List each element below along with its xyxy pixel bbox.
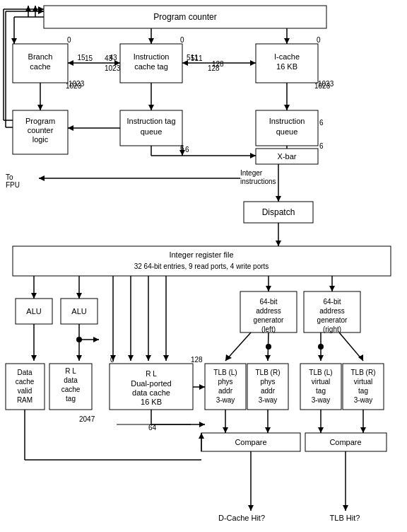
svg-text:addr: addr bbox=[218, 387, 233, 395]
svg-marker-95 bbox=[284, 38, 290, 44]
svg-rect-8 bbox=[256, 44, 318, 83]
svg-marker-162 bbox=[265, 355, 271, 361]
svg-text:virtual: virtual bbox=[312, 378, 331, 386]
svg-marker-197 bbox=[179, 150, 185, 156]
svg-marker-147 bbox=[128, 355, 134, 361]
svg-text:logic: logic bbox=[33, 135, 49, 144]
svg-text:cache tag: cache tag bbox=[134, 62, 168, 71]
svg-marker-93 bbox=[148, 38, 154, 44]
diagram-svg: Program counter Branch cache Instruction… bbox=[0, 0, 407, 532]
svg-marker-164 bbox=[318, 355, 324, 361]
svg-text:3-way: 3-way bbox=[259, 396, 278, 404]
svg-marker-212 bbox=[38, 6, 44, 12]
svg-text:128: 128 bbox=[212, 60, 224, 68]
svg-text:ALU: ALU bbox=[71, 307, 86, 316]
svg-text:Instruction: Instruction bbox=[134, 52, 170, 61]
svg-rect-37 bbox=[304, 291, 360, 332]
svg-marker-155 bbox=[76, 355, 82, 361]
svg-marker-141 bbox=[266, 286, 271, 291]
svg-text:3-way: 3-way bbox=[216, 396, 235, 404]
svg-text:16 KB: 16 KB bbox=[276, 62, 297, 71]
svg-text:RAM: RAM bbox=[17, 396, 33, 404]
svg-rect-32 bbox=[240, 291, 297, 332]
svg-text:X-bar: X-bar bbox=[278, 152, 297, 161]
svg-text:instructions: instructions bbox=[240, 178, 276, 185]
svg-rect-57 bbox=[205, 364, 246, 410]
svg-text:6: 6 bbox=[180, 144, 184, 152]
svg-rect-28 bbox=[16, 299, 52, 324]
svg-marker-151 bbox=[163, 355, 169, 361]
svg-rect-30 bbox=[61, 299, 98, 324]
svg-text:1023: 1023 bbox=[69, 80, 85, 88]
svg-marker-176 bbox=[318, 427, 324, 433]
svg-rect-67 bbox=[300, 364, 341, 410]
svg-text:Program counter: Program counter bbox=[153, 12, 216, 22]
svg-line-165 bbox=[339, 332, 363, 361]
svg-text:6: 6 bbox=[319, 142, 324, 150]
svg-marker-125 bbox=[250, 153, 256, 158]
svg-text:Integer: Integer bbox=[240, 169, 263, 177]
svg-text:To: To bbox=[6, 173, 13, 181]
svg-text:1023: 1023 bbox=[66, 82, 82, 90]
svg-text:virtual: virtual bbox=[354, 378, 373, 386]
svg-marker-145 bbox=[110, 355, 116, 361]
svg-text:address: address bbox=[256, 307, 281, 315]
svg-text:64-bit: 64-bit bbox=[323, 298, 341, 306]
svg-text:I-cache: I-cache bbox=[274, 52, 300, 61]
svg-text:1023: 1023 bbox=[318, 80, 334, 88]
svg-marker-149 bbox=[146, 355, 151, 361]
svg-marker-90 bbox=[25, 6, 31, 11]
architecture-diagram: Program counter Branch cache Instruction… bbox=[0, 0, 407, 532]
svg-marker-174 bbox=[265, 427, 271, 433]
svg-text:queue: queue bbox=[141, 127, 163, 136]
svg-text:15: 15 bbox=[77, 54, 85, 62]
svg-text:0: 0 bbox=[180, 36, 184, 44]
svg-text:128: 128 bbox=[191, 356, 203, 364]
svg-rect-77 bbox=[201, 433, 300, 451]
svg-text:Dual-ported: Dual-ported bbox=[131, 379, 171, 388]
svg-marker-182 bbox=[199, 433, 204, 439]
svg-marker-178 bbox=[360, 427, 366, 433]
svg-marker-102 bbox=[114, 60, 120, 66]
svg-rect-81 bbox=[199, 511, 284, 526]
svg-marker-119 bbox=[68, 125, 73, 131]
svg-text:Dispatch: Dispatch bbox=[262, 207, 295, 217]
svg-text:2047: 2047 bbox=[79, 415, 95, 423]
svg-text:counter: counter bbox=[28, 126, 54, 134]
svg-text:R   L: R L bbox=[146, 370, 157, 378]
svg-text:(right): (right) bbox=[323, 325, 341, 333]
svg-text:1023: 1023 bbox=[314, 82, 331, 90]
svg-text:3-way: 3-way bbox=[312, 396, 331, 404]
svg-text:valid: valid bbox=[18, 387, 33, 395]
svg-text:data cache: data cache bbox=[132, 388, 170, 397]
svg-line-159 bbox=[225, 332, 251, 361]
svg-rect-42 bbox=[6, 364, 45, 410]
svg-text:TLB Hit?: TLB Hit? bbox=[330, 514, 360, 522]
svg-text:generator: generator bbox=[254, 316, 284, 324]
svg-marker-189 bbox=[343, 505, 348, 511]
svg-text:16 KB: 16 KB bbox=[141, 398, 162, 406]
svg-text:6: 6 bbox=[319, 119, 324, 127]
svg-text:Program: Program bbox=[25, 117, 55, 125]
svg-text:Data: Data bbox=[17, 369, 33, 376]
svg-text:TLB (L): TLB (L) bbox=[213, 369, 237, 376]
svg-text:3-way: 3-way bbox=[354, 396, 373, 404]
svg-point-167 bbox=[266, 344, 271, 349]
svg-text:tag: tag bbox=[316, 387, 326, 395]
svg-text:1023: 1023 bbox=[105, 64, 121, 72]
svg-text:6: 6 bbox=[185, 146, 189, 154]
svg-text:511: 511 bbox=[191, 54, 203, 62]
svg-marker-187 bbox=[248, 505, 254, 511]
svg-marker-208 bbox=[38, 8, 44, 14]
svg-text:FPU: FPU bbox=[6, 181, 20, 189]
svg-marker-133 bbox=[39, 175, 45, 181]
svg-text:data: data bbox=[64, 376, 78, 384]
svg-marker-153 bbox=[31, 355, 37, 361]
svg-rect-72 bbox=[343, 364, 384, 410]
svg-line-161 bbox=[268, 332, 269, 361]
svg-text:43: 43 bbox=[105, 54, 113, 62]
svg-text:phys: phys bbox=[218, 378, 232, 386]
svg-marker-87 bbox=[11, 38, 17, 44]
svg-marker-129 bbox=[276, 196, 281, 202]
svg-marker-108 bbox=[250, 60, 256, 66]
